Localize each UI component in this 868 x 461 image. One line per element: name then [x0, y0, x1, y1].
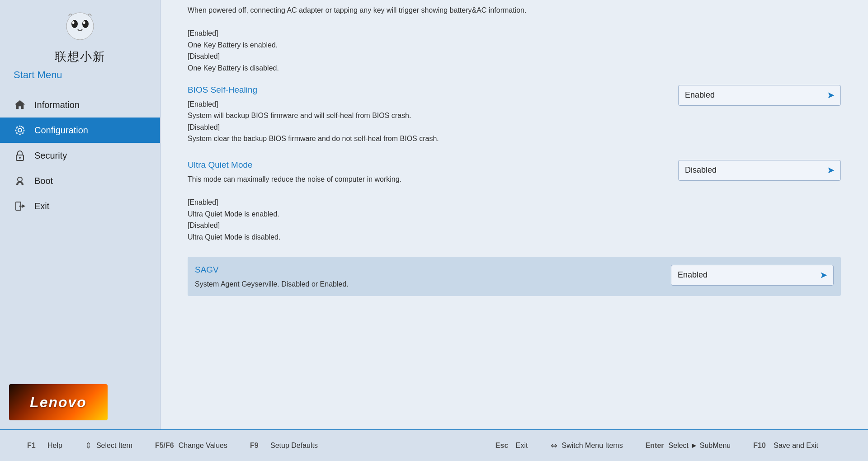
- footer-change-values-label: Change Values: [179, 442, 227, 450]
- exit-icon: [14, 200, 26, 212]
- footer-f5f6-key: F5/F6: [155, 442, 174, 450]
- sagv-dropdown-wrapper: Enabled ➤: [671, 263, 834, 286]
- content-area: When powered off, connecting AC adapter …: [160, 0, 868, 429]
- sidebar-bottom: Lenovo: [0, 375, 160, 429]
- intro-text-block: When powered off, connecting AC adapter …: [188, 5, 581, 74]
- footer-leftright-arrow-icon: ⇔: [551, 441, 557, 451]
- setting-ultra-quiet-mode: Ultra Quiet Mode This mode can maximally…: [188, 158, 841, 243]
- lenovo-logo-text: Lenovo: [30, 394, 87, 411]
- footer-select-submenu: Enter Select ► SubMenu: [646, 442, 731, 450]
- svg-point-0: [66, 13, 94, 40]
- bios-self-healing-dropdown[interactable]: Enabled ➤: [678, 85, 841, 106]
- footer-save-exit: F10 Save and Exit: [753, 442, 818, 450]
- sagv-dropdown[interactable]: Enabled ➤: [671, 265, 834, 286]
- footer-esc-key: Esc: [495, 442, 511, 450]
- footer-f1-key: F1: [27, 442, 43, 450]
- svg-point-12: [22, 132, 24, 134]
- ultra-quiet-mode-title: Ultra Quiet Mode: [188, 160, 678, 170]
- footer-switch-menu-label: Switch Menu Items: [562, 442, 623, 450]
- bios-self-healing-description: [Enabled] System will backup BIOS firmwa…: [188, 99, 581, 145]
- sidebar-item-boot-label: Boot: [34, 176, 53, 186]
- svg-point-8: [19, 134, 21, 135]
- footer-change-values: F5/F6 Change Values: [155, 442, 227, 450]
- sidebar-item-configuration-label: Configuration: [34, 125, 88, 136]
- sagv-chevron-icon: ➤: [820, 270, 827, 280]
- sidebar-item-information-label: Information: [34, 100, 80, 110]
- intro-enabled-bracket: [Enabled]: [188, 28, 581, 39]
- setting-sagv: SAGV System Agent Geyserville. Disabled …: [188, 257, 841, 296]
- svg-point-16: [19, 157, 21, 159]
- svg-point-9: [15, 130, 17, 131]
- intro-line-1: When powered off, connecting AC adapter …: [188, 5, 581, 16]
- svg-point-3: [72, 21, 75, 24]
- footer-setup-defaults: F9 Setup Defaults: [250, 442, 318, 450]
- footer-updown-arrow-icon: ⇕: [85, 441, 92, 451]
- footer-f10-key: F10: [753, 442, 769, 450]
- sidebar-item-configuration[interactable]: Configuration: [0, 118, 160, 143]
- lock-icon: [14, 149, 26, 162]
- footer-f9-key: F9: [250, 442, 266, 450]
- bios-self-healing-chevron-icon: ➤: [827, 90, 834, 100]
- svg-point-18: [17, 184, 19, 185]
- sidebar-item-exit[interactable]: Exit: [0, 193, 160, 219]
- footer-help: F1 Help: [27, 442, 62, 450]
- sidebar-item-security-label: Security: [34, 151, 67, 161]
- svg-point-7: [19, 126, 21, 127]
- boot-icon: [14, 174, 26, 187]
- logo-area: 联想小新 Start Menu: [0, 0, 160, 92]
- brand-logo-icon: [60, 9, 100, 45]
- svg-point-4: [83, 21, 85, 24]
- footer-select-item-label: Select Item: [96, 442, 132, 450]
- config-icon: [14, 124, 26, 136]
- sidebar-item-information[interactable]: Information: [0, 92, 160, 118]
- setting-bios-self-healing: BIOS Self-Healing [Enabled] System will …: [188, 83, 841, 145]
- sagv-description: System Agent Geyserville. Disabled or En…: [195, 278, 588, 290]
- svg-point-17: [18, 177, 22, 182]
- svg-point-11: [16, 127, 18, 128]
- sidebar-item-security[interactable]: Security: [0, 143, 160, 168]
- sagv-value: Enabled: [678, 270, 708, 280]
- ultra-quiet-mode-description: This mode can maximally reduce the noise…: [188, 174, 581, 243]
- intro-disabled-bracket: [Disabled]: [188, 51, 581, 62]
- sidebar-item-exit-label: Exit: [34, 201, 49, 212]
- footer-setup-defaults-label: Setup Defaults: [270, 442, 318, 450]
- svg-point-13: [16, 132, 18, 134]
- start-menu-label: Start Menu: [0, 69, 62, 81]
- sagv-title: SAGV: [195, 265, 671, 275]
- bios-self-healing-dropdown-wrapper: Enabled ➤: [678, 83, 841, 106]
- footer-esc-exit: Esc Exit: [495, 442, 528, 450]
- sidebar-item-boot[interactable]: Boot: [0, 168, 160, 193]
- footer-enter-key: Enter: [646, 442, 664, 450]
- footer-help-label: Help: [47, 442, 62, 450]
- ultra-quiet-mode-value: Disabled: [685, 165, 717, 175]
- intro-enabled-desc: One Key Battery is enabled.: [188, 39, 581, 51]
- svg-point-5: [18, 128, 22, 132]
- footer-save-exit-label: Save and Exit: [774, 442, 818, 450]
- nav-menu: Information: [0, 92, 160, 219]
- bios-self-healing-title: BIOS Self-Healing: [188, 85, 678, 95]
- footer-select-submenu-label: Select ► SubMenu: [669, 442, 731, 450]
- footer-esc-label: Exit: [516, 442, 528, 450]
- intro-disabled-desc: One Key Battery is disabled.: [188, 62, 581, 74]
- home-icon: [14, 99, 26, 111]
- lenovo-banner: Lenovo: [9, 384, 108, 420]
- sidebar: 联想小新 Start Menu Information: [0, 0, 160, 429]
- footer: F1 Help ⇕ Select Item F5/F6 Change Value…: [0, 429, 868, 461]
- svg-point-19: [22, 184, 23, 185]
- footer-switch-menu: ⇔ Switch Menu Items: [551, 441, 623, 451]
- ultra-quiet-mode-dropdown-wrapper: Disabled ➤: [678, 158, 841, 181]
- svg-point-2: [82, 20, 89, 28]
- ultra-quiet-mode-dropdown[interactable]: Disabled ➤: [678, 160, 841, 181]
- svg-point-10: [24, 130, 25, 131]
- ultra-quiet-mode-chevron-icon: ➤: [827, 165, 834, 175]
- footer-select-item: ⇕ Select Item: [85, 441, 132, 451]
- bios-self-healing-value: Enabled: [685, 90, 715, 100]
- svg-point-14: [22, 127, 24, 128]
- svg-point-1: [71, 20, 78, 28]
- brand-name: 联想小新: [55, 49, 105, 65]
